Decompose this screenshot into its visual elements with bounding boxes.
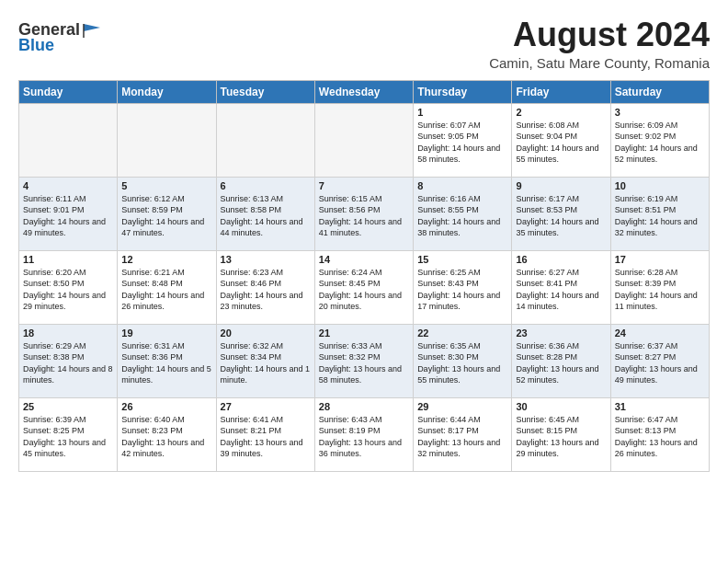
day-number: 29 — [417, 401, 507, 412]
table-row: 12Sunrise: 6:21 AMSunset: 8:48 PMDayligh… — [118, 250, 216, 324]
day-info: Sunrise: 6:24 AMSunset: 8:45 PMDaylight:… — [319, 267, 409, 313]
logo: General Blue — [18, 20, 102, 55]
table-row: 25Sunrise: 6:39 AMSunset: 8:25 PMDayligh… — [19, 397, 118, 471]
table-row: 28Sunrise: 6:43 AMSunset: 8:19 PMDayligh… — [314, 397, 413, 471]
day-number: 26 — [121, 401, 211, 412]
table-row: 5Sunrise: 6:12 AMSunset: 8:59 PMDaylight… — [118, 177, 216, 250]
day-info: Sunrise: 6:21 AMSunset: 8:48 PMDaylight:… — [121, 267, 211, 313]
calendar-week-row: 4Sunrise: 6:11 AMSunset: 9:01 PMDaylight… — [19, 177, 710, 250]
day-info: Sunrise: 6:45 AMSunset: 8:15 PMDaylight:… — [516, 414, 606, 460]
calendar-table: Sunday Monday Tuesday Wednesday Thursday… — [18, 80, 710, 472]
day-info: Sunrise: 6:16 AMSunset: 8:55 PMDaylight:… — [417, 193, 507, 239]
header-monday: Monday — [118, 80, 216, 103]
day-info: Sunrise: 6:08 AMSunset: 9:04 PMDaylight:… — [516, 120, 606, 166]
table-row: 17Sunrise: 6:28 AMSunset: 8:39 PMDayligh… — [610, 250, 709, 324]
day-number: 14 — [319, 254, 409, 265]
day-number: 31 — [615, 401, 705, 412]
header-friday: Friday — [512, 80, 610, 103]
day-info: Sunrise: 6:47 AMSunset: 8:13 PMDaylight:… — [615, 414, 705, 460]
calendar-week-row: 1Sunrise: 6:07 AMSunset: 9:05 PMDaylight… — [19, 103, 710, 177]
logo-blue-text: Blue — [18, 36, 54, 55]
table-row: 11Sunrise: 6:20 AMSunset: 8:50 PMDayligh… — [19, 250, 118, 324]
table-row: 4Sunrise: 6:11 AMSunset: 9:01 PMDaylight… — [19, 177, 118, 250]
title-section: August 2024 Camin, Satu Mare County, Rom… — [489, 17, 710, 71]
day-number: 25 — [23, 401, 113, 412]
day-info: Sunrise: 6:25 AMSunset: 8:43 PMDaylight:… — [417, 267, 507, 313]
day-info: Sunrise: 6:13 AMSunset: 8:58 PMDaylight:… — [221, 193, 311, 239]
day-info: Sunrise: 6:11 AMSunset: 9:01 PMDaylight:… — [23, 193, 113, 239]
day-info: Sunrise: 6:20 AMSunset: 8:50 PMDaylight:… — [23, 267, 113, 313]
day-info: Sunrise: 6:37 AMSunset: 8:27 PMDaylight:… — [615, 340, 705, 386]
table-row: 10Sunrise: 6:19 AMSunset: 8:51 PMDayligh… — [610, 177, 709, 250]
day-info: Sunrise: 6:19 AMSunset: 8:51 PMDaylight:… — [615, 193, 705, 239]
table-row — [19, 103, 118, 177]
day-number: 19 — [121, 327, 211, 339]
calendar-week-row: 18Sunrise: 6:29 AMSunset: 8:38 PMDayligh… — [19, 324, 710, 397]
day-info: Sunrise: 6:33 AMSunset: 8:32 PMDaylight:… — [319, 340, 409, 386]
table-row: 30Sunrise: 6:45 AMSunset: 8:15 PMDayligh… — [512, 397, 610, 471]
day-number: 28 — [319, 401, 409, 412]
day-number: 17 — [615, 254, 705, 265]
day-number: 11 — [23, 254, 113, 265]
calendar-header-row: Sunday Monday Tuesday Wednesday Thursday… — [19, 80, 710, 103]
table-row: 3Sunrise: 6:09 AMSunset: 9:02 PMDaylight… — [610, 103, 709, 177]
day-info: Sunrise: 6:29 AMSunset: 8:38 PMDaylight:… — [23, 340, 113, 386]
table-row: 18Sunrise: 6:29 AMSunset: 8:38 PMDayligh… — [19, 324, 118, 397]
day-info: Sunrise: 6:23 AMSunset: 8:46 PMDaylight:… — [221, 267, 311, 313]
day-info: Sunrise: 6:32 AMSunset: 8:34 PMDaylight:… — [221, 340, 311, 386]
day-number: 3 — [615, 107, 705, 118]
day-info: Sunrise: 6:36 AMSunset: 8:28 PMDaylight:… — [516, 340, 606, 386]
day-number: 12 — [121, 254, 211, 265]
header-saturday: Saturday — [610, 80, 709, 103]
day-number: 24 — [615, 327, 705, 339]
day-info: Sunrise: 6:15 AMSunset: 8:56 PMDaylight:… — [319, 193, 409, 239]
table-row: 27Sunrise: 6:41 AMSunset: 8:21 PMDayligh… — [216, 397, 314, 471]
day-info: Sunrise: 6:41 AMSunset: 8:21 PMDaylight:… — [221, 414, 311, 460]
table-row: 21Sunrise: 6:33 AMSunset: 8:32 PMDayligh… — [314, 324, 413, 397]
day-number: 8 — [417, 180, 507, 191]
table-row: 2Sunrise: 6:08 AMSunset: 9:04 PMDaylight… — [512, 103, 610, 177]
page: General Blue August 2024 Camin, Satu Mar… — [0, 0, 728, 563]
day-info: Sunrise: 6:40 AMSunset: 8:23 PMDaylight:… — [121, 414, 211, 460]
table-row: 19Sunrise: 6:31 AMSunset: 8:36 PMDayligh… — [118, 324, 216, 397]
day-info: Sunrise: 6:28 AMSunset: 8:39 PMDaylight:… — [615, 267, 705, 313]
day-number: 5 — [121, 180, 211, 191]
day-number: 15 — [417, 254, 507, 265]
table-row: 13Sunrise: 6:23 AMSunset: 8:46 PMDayligh… — [216, 250, 314, 324]
table-row — [118, 103, 216, 177]
day-number: 30 — [516, 401, 606, 412]
day-number: 22 — [417, 327, 507, 339]
table-row: 24Sunrise: 6:37 AMSunset: 8:27 PMDayligh… — [610, 324, 709, 397]
day-info: Sunrise: 6:09 AMSunset: 9:02 PMDaylight:… — [615, 120, 705, 166]
header: General Blue August 2024 Camin, Satu Mar… — [18, 17, 710, 71]
header-wednesday: Wednesday — [314, 80, 413, 103]
table-row: 29Sunrise: 6:44 AMSunset: 8:17 PMDayligh… — [414, 397, 512, 471]
day-info: Sunrise: 6:12 AMSunset: 8:59 PMDaylight:… — [121, 193, 211, 239]
day-info: Sunrise: 6:27 AMSunset: 8:41 PMDaylight:… — [516, 267, 606, 313]
table-row: 16Sunrise: 6:27 AMSunset: 8:41 PMDayligh… — [512, 250, 610, 324]
table-row: 26Sunrise: 6:40 AMSunset: 8:23 PMDayligh… — [118, 397, 216, 471]
table-row: 22Sunrise: 6:35 AMSunset: 8:30 PMDayligh… — [414, 324, 512, 397]
day-number: 18 — [23, 327, 113, 339]
day-info: Sunrise: 6:39 AMSunset: 8:25 PMDaylight:… — [23, 414, 113, 460]
day-number: 20 — [221, 327, 311, 339]
day-number: 7 — [319, 180, 409, 191]
table-row: 6Sunrise: 6:13 AMSunset: 8:58 PMDaylight… — [216, 177, 314, 250]
day-number: 9 — [516, 180, 606, 191]
logo-flag-icon — [82, 22, 102, 39]
table-row — [314, 103, 413, 177]
calendar-week-row: 25Sunrise: 6:39 AMSunset: 8:25 PMDayligh… — [19, 397, 710, 471]
svg-marker-0 — [84, 24, 100, 31]
header-thursday: Thursday — [414, 80, 512, 103]
table-row: 20Sunrise: 6:32 AMSunset: 8:34 PMDayligh… — [216, 324, 314, 397]
table-row: 23Sunrise: 6:36 AMSunset: 8:28 PMDayligh… — [512, 324, 610, 397]
day-number: 2 — [516, 107, 606, 118]
day-info: Sunrise: 6:35 AMSunset: 8:30 PMDaylight:… — [417, 340, 507, 386]
day-info: Sunrise: 6:07 AMSunset: 9:05 PMDaylight:… — [417, 120, 507, 166]
header-tuesday: Tuesday — [216, 80, 314, 103]
main-title: August 2024 — [489, 17, 710, 53]
table-row: 8Sunrise: 6:16 AMSunset: 8:55 PMDaylight… — [414, 177, 512, 250]
subtitle: Camin, Satu Mare County, Romania — [489, 55, 710, 71]
table-row: 1Sunrise: 6:07 AMSunset: 9:05 PMDaylight… — [414, 103, 512, 177]
header-sunday: Sunday — [19, 80, 118, 103]
